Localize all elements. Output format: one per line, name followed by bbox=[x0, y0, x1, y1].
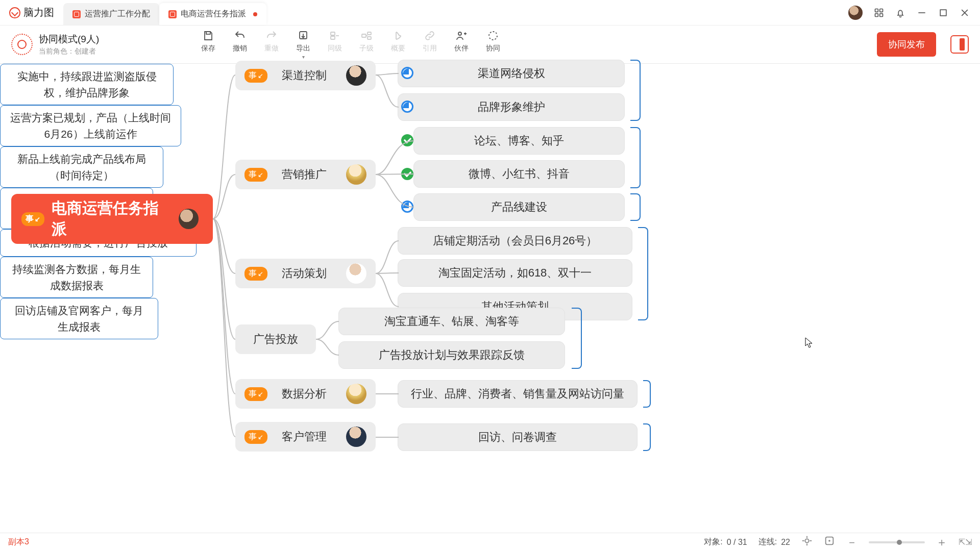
progress-done-icon bbox=[401, 134, 413, 146]
partner-button[interactable]: 伙伴 bbox=[454, 30, 469, 60]
leaf-node[interactable]: 淘宝固定活动，如618、双十一 bbox=[398, 259, 632, 287]
leaf-label: 店铺定期活动（会员日6月26号） bbox=[433, 233, 598, 248]
objects-value: 0 / 31 bbox=[727, 538, 747, 547]
publish-button[interactable]: 协同发布 bbox=[877, 32, 936, 57]
svg-rect-0 bbox=[875, 9, 878, 12]
expand-icon[interactable]: ⇱⇲ bbox=[959, 537, 972, 547]
leaf-label: 微博、小红书、抖音 bbox=[469, 166, 570, 182]
objects-label: 对象: bbox=[704, 537, 722, 547]
svg-rect-13 bbox=[362, 34, 366, 37]
svg-rect-2 bbox=[875, 13, 878, 16]
tag-pill: 事 bbox=[244, 430, 267, 444]
tag-text: 事 bbox=[26, 214, 34, 224]
branch-data[interactable]: 事 数据分析 bbox=[235, 379, 376, 409]
ref-button[interactable]: 引用 bbox=[423, 30, 437, 60]
svg-point-17 bbox=[805, 539, 808, 542]
note-text: 持续监测各方数据，每月生成数据报表 bbox=[10, 261, 143, 293]
leaf-node[interactable]: 回访、问卷调查 bbox=[398, 423, 638, 451]
progress-partial-icon bbox=[401, 201, 413, 213]
app-logo: 脑力图 bbox=[0, 0, 63, 25]
note-text: 新品上线前完成产品线布局（时间待定） bbox=[10, 151, 154, 183]
branch-label: 营销推广 bbox=[282, 167, 327, 182]
export-button[interactable]: 导出▾ bbox=[296, 30, 310, 60]
tag-pill: 事 bbox=[244, 168, 267, 182]
zoom-in-icon[interactable]: ＋ bbox=[936, 535, 947, 550]
undo-label: 撤销 bbox=[233, 44, 247, 53]
summary-note[interactable]: 新品上线前完成产品线布局（时间待定） bbox=[0, 146, 163, 188]
leaf-node[interactable]: 论坛、博客、知乎 bbox=[413, 127, 625, 155]
apps-icon[interactable] bbox=[874, 8, 884, 18]
branch-cust[interactable]: 事 客户管理 bbox=[235, 422, 376, 452]
leaf-node[interactable]: 渠道网络侵权 bbox=[398, 60, 625, 87]
leaf-node[interactable]: 微博、小红书、抖音 bbox=[413, 160, 625, 188]
branch-event[interactable]: 事 活动策划 bbox=[235, 259, 376, 288]
leaf-label: 淘宝直通车、钻展、淘客等 bbox=[384, 314, 519, 329]
root-node[interactable]: 事 电商运营任务指派 bbox=[11, 194, 213, 244]
leaf-label: 品牌形象维护 bbox=[478, 99, 545, 115]
app-name: 脑力图 bbox=[23, 6, 54, 19]
branch-label: 客户管理 bbox=[282, 429, 327, 444]
bracket-icon bbox=[630, 127, 641, 188]
tab-inactive[interactable]: 运营推广工作分配 bbox=[63, 3, 159, 25]
title-bar: 脑力图 运营推广工作分配 电商运营任务指派 bbox=[0, 0, 980, 26]
child-button[interactable]: 子级 bbox=[359, 30, 374, 60]
lines-value: 22 bbox=[781, 538, 790, 547]
leaf-label: 行业、品牌、消费者、销售量及网站访问量 bbox=[411, 386, 624, 402]
branch-marketing[interactable]: 事 营销推广 bbox=[235, 160, 376, 189]
collab-info[interactable]: 协同模式(9人) 当前角色：创建者 bbox=[11, 33, 99, 56]
branch-channel[interactable]: 事 渠道控制 bbox=[235, 61, 376, 90]
redo-button[interactable]: 重做 bbox=[264, 30, 279, 60]
mindmap-canvas[interactable]: 事 电商运营任务指派 事 渠道控制 事 营销推广 事 活动策划 广告投放 事 数… bbox=[0, 64, 980, 533]
fit-icon[interactable] bbox=[824, 535, 835, 549]
side-panel-toggle[interactable] bbox=[950, 35, 969, 54]
summary-note[interactable]: 运营方案已规划，产品（上线时间6月26）上线前运作 bbox=[0, 105, 181, 146]
partner-label: 伙伴 bbox=[454, 44, 469, 53]
copy-badge[interactable]: 副本3 bbox=[8, 537, 29, 547]
summary-note[interactable]: 持续监测各方数据，每月生成数据报表 bbox=[0, 257, 153, 298]
sync-button[interactable]: 协同 bbox=[486, 30, 500, 60]
leaf-node[interactable]: 店铺定期活动（会员日6月26号） bbox=[398, 227, 632, 255]
tab-active[interactable]: 电商运营任务指派 bbox=[159, 3, 266, 25]
avatar bbox=[346, 164, 366, 185]
tag-pill: 事 bbox=[244, 69, 267, 83]
peer-label: 同级 bbox=[328, 44, 342, 53]
avatar bbox=[346, 427, 366, 447]
child-label: 子级 bbox=[359, 44, 374, 53]
zoom-slider[interactable] bbox=[869, 541, 925, 543]
locate-icon[interactable] bbox=[801, 535, 813, 549]
avatar bbox=[179, 209, 199, 229]
summary-note[interactable]: 回访店铺及官网客户，每月生成报表 bbox=[0, 298, 158, 339]
progress-done-icon bbox=[401, 168, 413, 180]
note-text: 运营方案已规划，产品（上线时间6月26）上线前运作 bbox=[10, 110, 172, 142]
undo-button[interactable]: 撤销 bbox=[233, 30, 247, 60]
window-controls bbox=[848, 0, 980, 25]
leaf-node[interactable]: 广告投放计划与效果跟踪反馈 bbox=[338, 341, 565, 369]
leaf-node[interactable]: 淘宝直通车、钻展、淘客等 bbox=[338, 308, 565, 335]
tab-icon bbox=[168, 10, 177, 18]
summary-button[interactable]: 概要 bbox=[391, 30, 405, 60]
branch-ads[interactable]: 广告投放 bbox=[235, 324, 316, 354]
leaf-node[interactable]: 产品线建设 bbox=[413, 193, 625, 221]
tag-pill: 事 bbox=[244, 267, 267, 281]
ref-label: 引用 bbox=[423, 44, 437, 53]
tag-text: 事 bbox=[249, 169, 257, 180]
maximize-icon[interactable] bbox=[938, 8, 948, 18]
branch-label: 渠道控制 bbox=[282, 68, 327, 83]
leaf-node[interactable]: 品牌形象维护 bbox=[398, 93, 625, 121]
collab-title: 协同模式(9人) bbox=[39, 33, 99, 46]
minimize-icon[interactable] bbox=[917, 8, 927, 18]
svg-rect-10 bbox=[331, 32, 335, 35]
export-label: 导出 bbox=[296, 44, 310, 53]
tab-label-1: 电商运营任务指派 bbox=[181, 9, 246, 19]
summary-note[interactable]: 实施中，持续跟进监测盗版侵权，维护品牌形象 bbox=[0, 64, 174, 105]
save-button[interactable]: 保存 bbox=[201, 30, 215, 60]
user-avatar[interactable] bbox=[848, 6, 863, 20]
bell-icon[interactable] bbox=[895, 8, 905, 18]
progress-partial-icon bbox=[401, 101, 413, 113]
leaf-node[interactable]: 行业、品牌、消费者、销售量及网站访问量 bbox=[398, 380, 638, 408]
close-icon[interactable] bbox=[960, 8, 970, 18]
tab-label-0: 运营推广工作分配 bbox=[85, 9, 150, 19]
svg-rect-3 bbox=[880, 13, 883, 16]
peer-button[interactable]: 同级 bbox=[328, 30, 342, 60]
zoom-out-icon[interactable]: － bbox=[846, 535, 857, 550]
